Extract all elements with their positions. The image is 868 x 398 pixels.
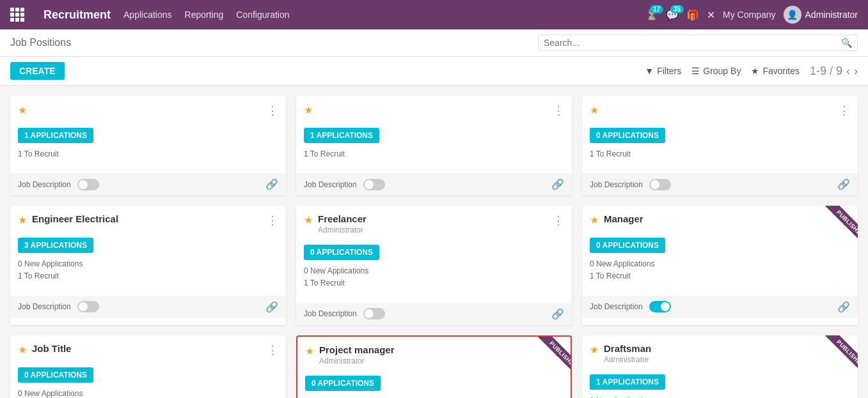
card-menu-icon[interactable]: ⋮ [553,213,564,227]
card-menu-icon[interactable]: ⋮ [553,103,564,118]
search-input[interactable] [544,38,841,48]
link-icon[interactable]: 🔗 [551,178,564,190]
job-description-label: Job Description [590,302,643,311]
group-by-button[interactable]: ☰ Group By [691,66,741,76]
card-header: ★ Engineer Electrical ⋮ [10,206,286,233]
published-ribbon-wrapper: PUBLISHED [526,337,571,381]
applications-button[interactable]: 0 APPLICATIONS [18,367,93,383]
applications-button[interactable]: 0 APPLICATIONS [590,128,665,143]
card-footer: Job Description 🔗 [296,173,572,195]
card-title-area: ★ [304,103,313,116]
favorite-star-icon[interactable]: ★ [590,104,599,116]
company-name[interactable]: My Company [723,10,775,20]
applications-button[interactable]: 1 APPLICATIONS [304,128,379,143]
favorite-star-icon[interactable]: ★ [304,214,313,226]
card-title-area: ★ Draftsman Administrator [590,343,651,364]
job-card-card-freelancer[interactable]: ★ Freelancer Administrator ⋮ 0 APPLICATI… [296,206,572,325]
search-bar[interactable]: 🔍 [538,34,858,51]
applications-button[interactable]: 1 APPLICATIONS [18,128,93,143]
job-card-card-engineer[interactable]: ★ Engineer Electrical ⋮ 3 APPLICATIONS 0… [10,206,286,325]
job-description-label: Job Description [304,180,357,189]
favorite-star-icon[interactable]: ★ [18,214,27,226]
group-by-label: Group By [703,66,741,76]
card-title: Draftsman [604,343,651,354]
card-title-area: ★ Job Title [18,343,71,356]
user-menu[interactable]: 👤 Administrator [784,6,858,24]
footer-left: Job Description [18,179,99,190]
footer-left: Job Description [18,301,99,312]
job-card-card-2[interactable]: ★ ⋮ 1 APPLICATIONS 1 To Recruit Job Desc… [296,96,572,195]
favorite-star-icon[interactable]: ★ [590,344,599,356]
applications-button[interactable]: 0 APPLICATIONS [304,245,379,260]
card-header: ★ ⋮ [582,96,858,123]
job-description-toggle[interactable] [77,301,99,312]
clock-icon[interactable]: ⏳ 17 [645,9,658,21]
grid-menu-icon[interactable] [10,8,24,22]
nav-applications[interactable]: Applications [123,10,172,20]
filters-button[interactable]: ▼ Filters [645,66,681,76]
job-card-card-manager[interactable]: PUBLISHED ★ Manager ⋮ 0 APPLICATIONS 0 N… [582,206,858,325]
card-header: ★ Freelancer Administrator ⋮ [296,206,572,240]
card-subtitle: Administrator [319,356,395,365]
cards-container: ★ ⋮ 1 APPLICATIONS 1 To Recruit Job Desc… [0,86,868,398]
card-title-area: ★ [590,103,599,116]
user-name: Administrator [805,10,858,20]
chat-icon[interactable]: 💬 35 [666,9,679,21]
card-title-text: Job Title [32,343,71,354]
prev-page-button[interactable]: ‹ [846,65,850,78]
topbar: Recruitment Applications Reporting Confi… [0,0,868,29]
card-title: Job Title [32,343,71,354]
card-menu-icon[interactable]: ⋮ [839,103,850,118]
applications-button[interactable]: 0 APPLICATIONS [590,238,665,253]
job-description-toggle[interactable] [649,301,671,312]
favorite-star-icon[interactable]: ★ [590,214,599,226]
card-title: Project manager [319,344,395,355]
job-description-toggle[interactable] [363,179,385,190]
card-menu-icon[interactable]: ⋮ [267,343,278,357]
footer-left: Job Description [304,308,385,319]
applications-button[interactable]: 0 APPLICATIONS [305,376,381,391]
card-title: Manager [604,213,643,224]
nav-reporting[interactable]: Reporting [185,10,224,20]
link-icon[interactable]: 🔗 [551,308,564,320]
favorite-star-icon[interactable]: ★ [304,104,313,116]
job-description-toggle[interactable] [363,308,385,319]
applications-button[interactable]: 1 APPLICATIONS [590,374,665,390]
link-icon[interactable]: 🔗 [837,301,850,313]
favorite-star-icon[interactable]: ★ [18,344,27,356]
card-title-text: Project manager Administrator [319,344,395,365]
gift-icon[interactable]: 🎁 [686,9,699,21]
recruit-info: 0 New Applications 10 To Recruit [305,396,563,398]
card-body: 1 APPLICATIONS 1 To Recruit [10,123,286,173]
filter-icon: ▼ [645,66,654,76]
card-subtitle: Administrator [604,355,651,364]
topbar-right: ⏳ 17 💬 35 🎁 ✕ My Company 👤 Administrator [645,6,858,24]
link-icon[interactable]: 🔗 [265,178,278,190]
job-card-card-projectmanager[interactable]: PUBLISHED ★ Project manager Administrato… [296,335,572,398]
create-button[interactable]: CREATE [10,62,65,80]
link-icon[interactable]: 🔗 [837,178,850,190]
job-card-card-1[interactable]: ★ ⋮ 1 APPLICATIONS 1 To Recruit Job Desc… [10,96,286,195]
favorites-button[interactable]: ★ Favorites [751,66,800,76]
next-page-button[interactable]: › [854,65,858,78]
card-title-area: ★ Freelancer Administrator [304,213,367,234]
card-menu-icon[interactable]: ⋮ [267,103,278,118]
job-description-toggle[interactable] [77,179,99,190]
link-icon[interactable]: 🔗 [265,301,278,313]
pagination-info: 1-9 / 9 [810,65,842,78]
job-card-card-draftsman[interactable]: PUBLISHED ★ Draftsman Administrator ⋮ 1 … [582,335,858,398]
recruit-info: 0 New Applications 1 To Recruit [304,265,564,289]
card-menu-icon[interactable]: ⋮ [267,213,278,227]
favorite-star-icon[interactable]: ★ [305,345,314,357]
job-card-card-jobtitle[interactable]: ★ Job Title ⋮ 0 APPLICATIONS 0 New Appli… [10,335,286,398]
close-icon[interactable]: ✕ [707,9,715,21]
footer-left: Job Description [590,301,671,312]
card-title-area: ★ Engineer Electrical [18,213,118,226]
job-card-card-3[interactable]: ★ ⋮ 0 APPLICATIONS 1 To Recruit Job Desc… [582,96,858,195]
job-description-toggle[interactable] [649,179,671,190]
card-body: 1 APPLICATIONS 1 To Recruit [296,123,572,173]
favorite-star-icon[interactable]: ★ [18,104,27,116]
job-description-label: Job Description [304,309,357,318]
applications-button[interactable]: 3 APPLICATIONS [18,238,93,253]
nav-configuration[interactable]: Configuration [236,10,289,20]
